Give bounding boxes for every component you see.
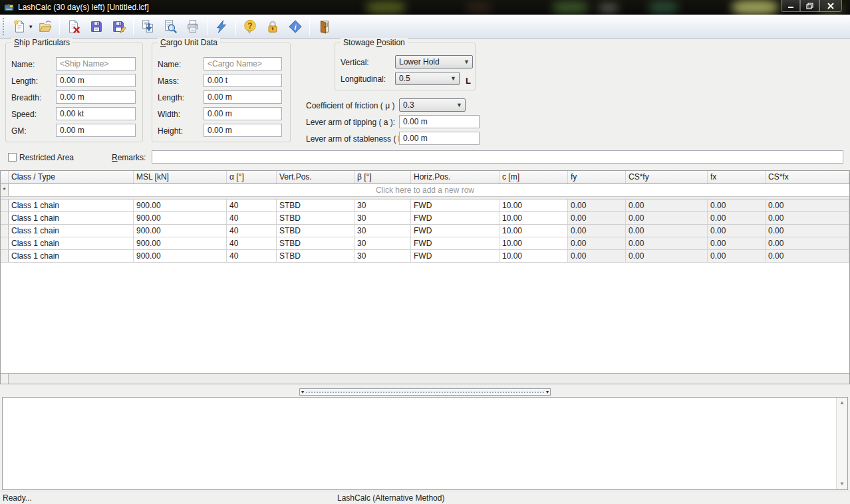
- save-as-button[interactable]: [108, 17, 130, 37]
- row-indicator[interactable]: [1, 225, 9, 237]
- splitter-handle[interactable]: ▾ ▾: [299, 388, 551, 396]
- cell-beta[interactable]: 30: [354, 225, 411, 237]
- lever-arm-stableness-input[interactable]: [399, 132, 480, 145]
- cell-vert-pos[interactable]: STBD: [277, 237, 354, 249]
- cell-horiz-pos[interactable]: FWD: [411, 237, 499, 249]
- cell-c[interactable]: 10.00: [499, 237, 568, 249]
- minimize-button[interactable]: [781, 0, 800, 12]
- ship-particulars-group: Ship Particulars Name: Length: Breadth: …: [5, 43, 143, 142]
- cargo-width-input[interactable]: [204, 107, 282, 120]
- scroll-up-icon[interactable]: ▲: [837, 398, 847, 408]
- cell-alpha[interactable]: 40: [227, 199, 277, 211]
- restricted-area-checkbox[interactable]: [8, 153, 17, 162]
- cargo-length-input[interactable]: [204, 90, 282, 104]
- cell-msl[interactable]: 900.00: [134, 250, 227, 262]
- cell-vert-pos[interactable]: STBD: [277, 250, 354, 262]
- cell-class-type[interactable]: Class 1 chain: [9, 237, 134, 249]
- cell-c[interactable]: 10.00: [499, 212, 568, 224]
- chevron-down-icon: ▼: [456, 102, 462, 108]
- exit-button[interactable]: [313, 17, 335, 37]
- grid-new-row[interactable]: * Click here to add a new row: [1, 184, 849, 197]
- cell-horiz-pos[interactable]: FWD: [411, 250, 499, 262]
- horizontal-scrollbar[interactable]: [1, 373, 849, 384]
- close-document-button[interactable]: [63, 17, 85, 37]
- column-header-cs-fx[interactable]: CS*fx: [766, 171, 849, 184]
- cell-msl[interactable]: 900.00: [134, 212, 227, 224]
- cell-msl[interactable]: 900.00: [134, 225, 227, 237]
- new-document-button[interactable]: [8, 17, 31, 37]
- close-button[interactable]: [819, 0, 842, 12]
- ship-length-input[interactable]: [56, 74, 136, 87]
- save-as-icon: [112, 19, 126, 34]
- column-header-vert-pos[interactable]: Vert.Pos.: [277, 171, 354, 184]
- longitudinal-label: Longitudinal:: [341, 74, 386, 84]
- scroll-down-icon[interactable]: ▼: [837, 479, 847, 489]
- cargo-height-input[interactable]: [204, 124, 282, 137]
- cell-msl[interactable]: 900.00: [134, 199, 227, 211]
- column-header-horiz-pos[interactable]: Horiz.Pos.: [411, 171, 499, 184]
- cell-class-type[interactable]: Class 1 chain: [9, 225, 134, 237]
- column-header-fy[interactable]: fy: [568, 171, 626, 184]
- cell-fy: 0.00: [568, 199, 626, 211]
- cell-vert-pos[interactable]: STBD: [277, 212, 354, 224]
- splitter-dots: [306, 392, 544, 393]
- cell-class-type[interactable]: Class 1 chain: [9, 250, 134, 262]
- friction-combobox[interactable]: 0.3 ▼: [399, 98, 466, 112]
- cell-beta[interactable]: 30: [354, 250, 411, 262]
- column-header-beta[interactable]: β [°]: [354, 171, 411, 184]
- cell-class-type[interactable]: Class 1 chain: [9, 212, 134, 224]
- cell-vert-pos[interactable]: STBD: [277, 199, 354, 211]
- remarks-input[interactable]: [152, 150, 843, 164]
- cell-msl[interactable]: 900.00: [134, 237, 227, 249]
- cell-beta[interactable]: 30: [354, 199, 411, 211]
- new-row-prompt[interactable]: Click here to add a new row: [1, 184, 849, 197]
- save-button[interactable]: [85, 17, 108, 37]
- cargo-name-input[interactable]: [204, 57, 282, 70]
- cell-beta[interactable]: 30: [354, 237, 411, 249]
- ship-breadth-label: Breadth:: [11, 93, 41, 102]
- cell-class-type[interactable]: Class 1 chain: [9, 199, 134, 211]
- column-header-cs-fy[interactable]: CS*fy: [626, 171, 708, 184]
- column-header-fx[interactable]: fx: [708, 171, 766, 184]
- cell-alpha[interactable]: 40: [227, 250, 277, 262]
- cell-c[interactable]: 10.00: [499, 250, 568, 262]
- ship-name-input[interactable]: [56, 57, 136, 70]
- vertical-scrollbar[interactable]: ▲ ▼: [836, 398, 847, 489]
- ship-speed-input[interactable]: [56, 107, 136, 120]
- column-header-c[interactable]: c [m]: [499, 171, 568, 184]
- lever-arm-tipping-input[interactable]: [399, 115, 480, 128]
- print-button[interactable]: [182, 17, 204, 37]
- calculate-button[interactable]: [210, 17, 233, 37]
- toolbar-grip[interactable]: [2, 18, 5, 35]
- longitudinal-combobox[interactable]: 0.5 ▼: [395, 72, 460, 85]
- help-button[interactable]: ?: [239, 17, 261, 37]
- copy-button[interactable]: [136, 17, 159, 37]
- column-header-class-type[interactable]: Class / Type: [9, 171, 134, 184]
- about-button[interactable]: i: [284, 17, 307, 37]
- open-file-button[interactable]: [34, 17, 57, 37]
- column-header-alpha[interactable]: α [°]: [227, 171, 277, 184]
- cell-beta[interactable]: 30: [354, 212, 411, 224]
- ship-gm-input[interactable]: [56, 124, 136, 137]
- row-indicator[interactable]: [1, 237, 9, 249]
- cell-c[interactable]: 10.00: [499, 199, 568, 211]
- row-indicator[interactable]: [1, 250, 9, 262]
- cell-c[interactable]: 10.00: [499, 225, 568, 237]
- vertical-combobox[interactable]: Lower Hold ▼: [395, 55, 473, 68]
- cell-alpha[interactable]: 40: [227, 225, 277, 237]
- row-indicator[interactable]: [1, 199, 9, 211]
- ship-breadth-input[interactable]: [56, 90, 136, 104]
- cell-horiz-pos[interactable]: FWD: [411, 199, 499, 211]
- cargo-mass-input[interactable]: [204, 74, 282, 87]
- cell-alpha[interactable]: 40: [227, 237, 277, 249]
- cell-horiz-pos[interactable]: FWD: [411, 225, 499, 237]
- ship-speed-label: Speed:: [11, 110, 37, 119]
- restore-button[interactable]: [800, 0, 819, 12]
- column-header-msl[interactable]: MSL [kN]: [134, 171, 227, 184]
- cell-alpha[interactable]: 40: [227, 212, 277, 224]
- print-preview-button[interactable]: [159, 17, 182, 37]
- lock-button[interactable]: [261, 17, 284, 37]
- row-indicator[interactable]: [1, 212, 9, 224]
- cell-vert-pos[interactable]: STBD: [277, 225, 354, 237]
- cell-horiz-pos[interactable]: FWD: [411, 212, 499, 224]
